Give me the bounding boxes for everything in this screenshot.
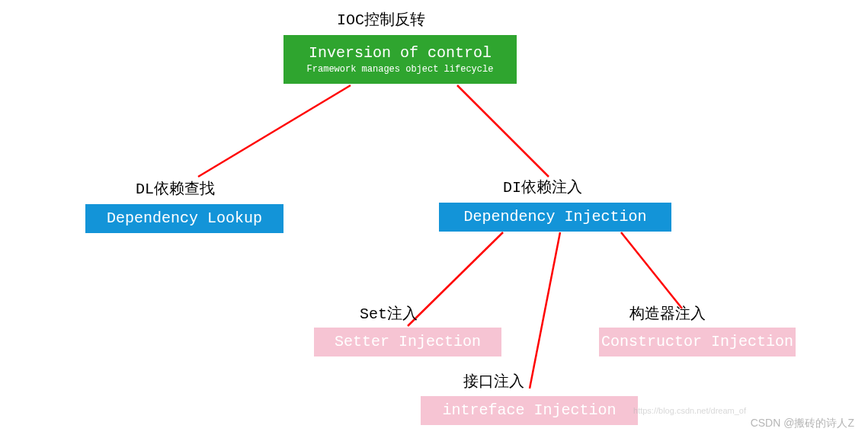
root-box-title: Inversion of control: [309, 43, 492, 64]
setter-box-title: Setter Injection: [335, 331, 481, 353]
interface-box-title: intreface Injection: [442, 400, 616, 421]
dl-box-title: Dependency Lookup: [107, 208, 262, 229]
watermark-url: https://blog.csdn.net/dream_of: [633, 406, 746, 415]
root-box-subtitle: Framework manages object lifecycle: [307, 64, 494, 76]
di-box: Dependency Injection: [439, 203, 671, 232]
interface-label: 接口注入: [463, 371, 524, 392]
constructor-box: Constructor Injection: [599, 328, 796, 356]
svg-line-1: [457, 85, 549, 177]
watermark: CSDN @搬砖的诗人Z: [751, 417, 854, 430]
di-label: DI依赖注入: [503, 177, 582, 197]
svg-line-2: [408, 232, 503, 326]
constructor-label: 构造器注入: [629, 303, 706, 324]
svg-line-0: [198, 85, 351, 177]
dl-label: DL依赖查找: [136, 178, 215, 199]
interface-box: intreface Injection: [421, 396, 638, 425]
di-box-title: Dependency Injection: [463, 206, 646, 228]
setter-box: Setter Injection: [314, 328, 501, 356]
root-label: IOC控制反转: [337, 9, 425, 30]
root-box: Inversion of control Framework manages o…: [283, 35, 517, 84]
svg-line-3: [530, 232, 560, 388]
dl-box: Dependency Lookup: [85, 204, 283, 233]
svg-line-4: [621, 232, 682, 309]
constructor-box-title: Constructor Injection: [601, 331, 793, 353]
setter-label: Set注入: [360, 303, 418, 324]
